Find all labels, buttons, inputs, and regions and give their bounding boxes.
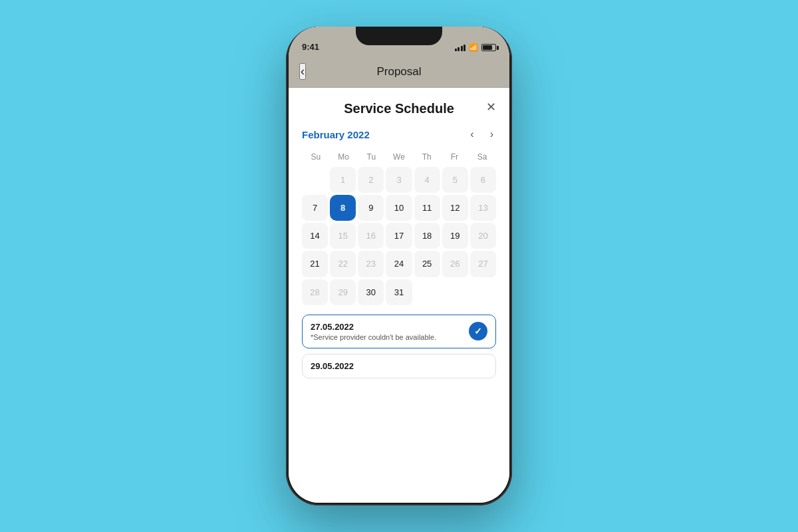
cal-day[interactable]: 12 (442, 195, 468, 221)
schedule-date-1: 27.05.2022 (311, 322, 469, 332)
signal-icon (455, 45, 466, 51)
phone-notch (356, 27, 442, 45)
cal-day[interactable]: 4 (414, 167, 440, 193)
schedule-date-2: 29.05.2022 (311, 361, 487, 371)
modal-card: Service Schedule ✕ February 2022 ‹ › S (289, 88, 509, 503)
cal-day[interactable]: 15 (330, 223, 356, 249)
weekday-mo: Mo (330, 150, 358, 164)
cal-day (442, 279, 468, 305)
cal-day[interactable]: 26 (442, 251, 468, 277)
cal-day[interactable]: 30 (358, 279, 384, 305)
cal-day (414, 279, 440, 305)
cal-day[interactable]: 18 (414, 223, 440, 249)
calendar-weekdays: Su Mo Tu We Th Fr Sa (302, 150, 496, 164)
battery-icon (481, 44, 496, 51)
schedule-check-1[interactable]: ✓ (469, 322, 487, 340)
weekday-we: We (385, 150, 413, 164)
cal-day[interactable]: 24 (386, 251, 412, 277)
cal-day[interactable]: 22 (330, 251, 356, 277)
status-icons: 📶 (455, 43, 497, 52)
calendar-month: February 2022 (302, 129, 370, 140)
nav-bar: ‹ Proposal (289, 56, 509, 88)
calendar-grid: Su Mo Tu We Th Fr Sa 1234567891011121314… (302, 150, 496, 305)
cal-day[interactable]: 11 (414, 195, 440, 221)
cal-day[interactable]: 13 (470, 195, 496, 221)
cal-day[interactable]: 2 (358, 167, 384, 193)
back-button[interactable]: ‹ (299, 63, 306, 80)
cal-day[interactable]: 19 (442, 223, 468, 249)
schedule-item-1[interactable]: 27.05.2022 *Service provider couldn't be… (302, 315, 496, 348)
cal-day[interactable]: 9 (358, 195, 384, 221)
calendar-nav: ‹ › (467, 127, 496, 142)
cal-day[interactable]: 29 (330, 279, 356, 305)
cal-day[interactable]: 31 (386, 279, 412, 305)
cal-day[interactable]: 21 (302, 251, 328, 277)
cal-day[interactable]: 6 (470, 167, 496, 193)
cal-day[interactable]: 28 (302, 279, 328, 305)
phone-body: Service Schedule ✕ February 2022 ‹ › S (289, 88, 509, 503)
next-month-button[interactable]: › (487, 127, 496, 142)
prev-month-button[interactable]: ‹ (467, 127, 476, 142)
modal-header: Service Schedule ✕ (302, 101, 496, 116)
nav-title: Proposal (376, 65, 421, 78)
cal-day[interactable]: 27 (470, 251, 496, 277)
schedule-list: 27.05.2022 *Service provider couldn't be… (302, 315, 496, 378)
cal-day[interactable]: 8 (330, 195, 356, 221)
weekday-fr: Fr (441, 150, 469, 164)
calendar-header: February 2022 ‹ › (302, 127, 496, 142)
cal-day[interactable]: 20 (470, 223, 496, 249)
cal-day[interactable]: 14 (302, 223, 328, 249)
checkmark-icon: ✓ (474, 326, 482, 336)
cal-day[interactable]: 1 (330, 167, 356, 193)
cal-day[interactable]: 23 (358, 251, 384, 277)
schedule-item-2[interactable]: 29.05.2022 (302, 354, 496, 378)
cal-day (302, 167, 328, 193)
cal-day (470, 279, 496, 305)
weekday-su: Su (302, 150, 330, 164)
weekday-sa: Sa (468, 150, 496, 164)
cal-day[interactable]: 16 (358, 223, 384, 249)
schedule-item-info-1: 27.05.2022 *Service provider couldn't be… (311, 322, 469, 341)
schedule-note-1: *Service provider couldn't be available. (311, 333, 469, 341)
close-button[interactable]: ✕ (486, 101, 496, 113)
weekday-tu: Tu (357, 150, 385, 164)
cal-day[interactable]: 5 (442, 167, 468, 193)
cal-day[interactable]: 10 (386, 195, 412, 221)
cal-day[interactable]: 3 (386, 167, 412, 193)
cal-day[interactable]: 17 (386, 223, 412, 249)
cal-day[interactable]: 25 (414, 251, 440, 277)
wifi-icon: 📶 (469, 43, 478, 52)
phone-screen: 9:41 📶 ‹ Proposal (289, 27, 509, 503)
phone-frame: 9:41 📶 ‹ Proposal (286, 27, 512, 505)
modal-title: Service Schedule (344, 101, 454, 116)
weekday-th: Th (413, 150, 441, 164)
status-time: 9:41 (302, 42, 319, 52)
calendar-days: 1234567891011121314151617181920212223242… (302, 167, 496, 305)
cal-day[interactable]: 7 (302, 195, 328, 221)
